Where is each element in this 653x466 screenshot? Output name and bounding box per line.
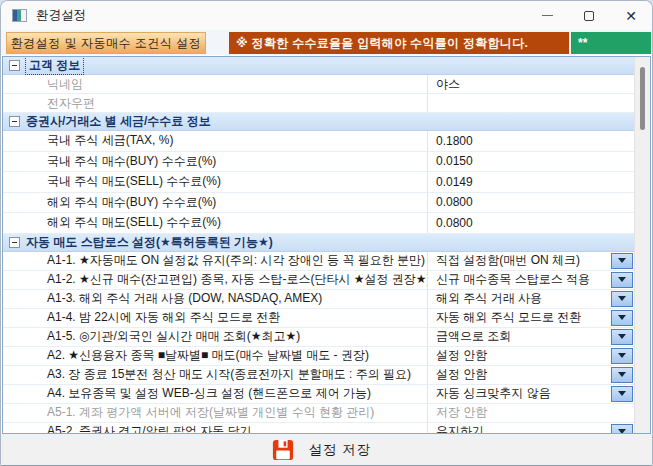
table-row: 국내 주식 세금(TAX, %)0.1800 bbox=[3, 131, 634, 152]
close-icon: ✕ bbox=[625, 9, 637, 23]
dropdown-button[interactable] bbox=[611, 386, 633, 402]
dropdown-button[interactable] bbox=[611, 272, 633, 288]
chevron-down-icon bbox=[618, 353, 626, 358]
footer-bar: 설정 저장 bbox=[1, 434, 652, 465]
settings-window: 환경설정 ✕ 환경설정 및 자동매수 조건식 설정 ※ 정확한 수수료율을 입력… bbox=[0, 0, 653, 466]
setting-value[interactable]: 0.0800 bbox=[428, 193, 634, 213]
setting-label: A1-2. ★신규 매수(잔고편입) 종목, 자동 스탑-로스(단타시 ★설정 … bbox=[3, 271, 428, 289]
window-title: 환경설정 bbox=[36, 7, 86, 24]
grid-content: 고객 정보닉네임야스전자우편증권사/거래소 별 세금/수수료 정보국내 주식 세… bbox=[3, 57, 634, 433]
setting-label: A3. 장 종료 15분전 청산 매도 시작(종료전까지 분할매도 : 주의 필… bbox=[3, 366, 428, 384]
setting-label: A4. 보유종목 및 설정 WEB-싱크 설정 (핸드폰으로 제어 가능) bbox=[3, 385, 428, 403]
section-title: 증권사/거래소 별 세금/수수료 정보 bbox=[26, 113, 211, 130]
dropdown-button[interactable] bbox=[611, 367, 633, 383]
chevron-down-icon bbox=[618, 372, 626, 377]
section-title: 자동 매도 스탑로스 설정(★특허등록된 기능★) bbox=[26, 234, 273, 251]
dropdown-button[interactable] bbox=[611, 424, 633, 434]
setting-value[interactable]: 설정 안함 bbox=[428, 366, 611, 384]
titlebar: 환경설정 ✕ bbox=[1, 1, 652, 30]
dropdown-button[interactable] bbox=[611, 329, 633, 345]
setting-value[interactable]: 0.0149 bbox=[428, 172, 634, 192]
table-row: 닉네임야스 bbox=[3, 75, 634, 94]
minimize-button[interactable] bbox=[526, 1, 568, 30]
table-row: 해외 주식 매수(BUY) 수수료(%)0.0800 bbox=[3, 193, 634, 214]
setting-label: 전자우편 bbox=[3, 94, 428, 112]
setting-label: 국내 주식 매수(BUY) 수수료(%) bbox=[3, 152, 428, 172]
dropdown-button[interactable] bbox=[611, 253, 633, 269]
setting-value[interactable]: 설정 안함 bbox=[428, 347, 611, 365]
save-button-label: 설정 저장 bbox=[309, 441, 372, 459]
setting-value[interactable]: 해외 주식 거래 사용 bbox=[428, 290, 611, 308]
status-badge: ** bbox=[571, 32, 651, 54]
table-row: A1-1. ★자동매도 ON 설정값 유지(주의: 시각 장애인 등 꼭 필요한… bbox=[3, 252, 634, 271]
header-strip: 환경설정 및 자동매수 조건식 설정 ※ 정확한 수수료율을 입력해야 수익률이… bbox=[1, 30, 652, 55]
chevron-down-icon bbox=[618, 258, 626, 263]
maximize-icon bbox=[584, 11, 594, 21]
collapse-minus-icon[interactable] bbox=[9, 60, 20, 71]
setting-label: A5-1. 계좌 평가액 서버에 저장(날짜별 개인별 수익 현황 관리) bbox=[3, 404, 428, 422]
table-row: A2. ★신용융자 종목 ■날짜별■ 매도(매수 날짜별 매도 - 권장)설정 … bbox=[3, 347, 634, 366]
close-button[interactable]: ✕ bbox=[610, 1, 652, 30]
setting-label: 닉네임 bbox=[3, 75, 428, 93]
setting-value[interactable]: 0.1800 bbox=[428, 131, 634, 151]
table-row: A1-4. 밤 22시에 자동 해외 주식 모드로 전환자동 해외 주식 모드로… bbox=[3, 309, 634, 328]
setting-label: 해외 주식 매수(BUY) 수수료(%) bbox=[3, 193, 428, 213]
setting-label: 해외 주식 매도(SELL) 수수료(%) bbox=[3, 213, 428, 233]
section-header[interactable]: 고객 정보 bbox=[3, 57, 634, 75]
collapse-minus-icon[interactable] bbox=[9, 116, 20, 127]
table-row: A1-3. 해외 주식 거래 사용 (DOW, NASDAQ, AMEX)해외 … bbox=[3, 290, 634, 309]
setting-label: A1-5. ◎기관/외국인 실시간 매매 조회(★최고★) bbox=[3, 328, 428, 346]
setting-value[interactable]: 자동 해외 주식 모드로 전환 bbox=[428, 309, 611, 327]
table-row: 국내 주식 매도(SELL) 수수료(%)0.0149 bbox=[3, 172, 634, 193]
setting-label: 국내 주식 매도(SELL) 수수료(%) bbox=[3, 172, 428, 192]
table-row: 해외 주식 매도(SELL) 수수료(%)0.0800 bbox=[3, 213, 634, 234]
setting-label: 국내 주식 세금(TAX, %) bbox=[3, 131, 428, 151]
table-row: A1-2. ★신규 매수(잔고편입) 종목, 자동 스탑-로스(단타시 ★설정 … bbox=[3, 271, 634, 290]
setting-label: A1-3. 해외 주식 거래 사용 (DOW, NASDAQ, AMEX) bbox=[3, 290, 428, 308]
section-header[interactable]: 증권사/거래소 별 세금/수수료 정보 bbox=[3, 113, 634, 131]
chevron-down-icon bbox=[618, 429, 626, 433]
minimize-icon bbox=[542, 15, 553, 16]
settings-grid: 고객 정보닉네임야스전자우편증권사/거래소 별 세금/수수료 정보국내 주식 세… bbox=[2, 56, 651, 434]
chevron-down-icon bbox=[618, 296, 626, 301]
table-row: 국내 주식 매수(BUY) 수수료(%)0.0150 bbox=[3, 152, 634, 173]
vertical-scrollbar[interactable] bbox=[634, 57, 650, 433]
save-settings-button[interactable]: 설정 저장 bbox=[272, 439, 372, 461]
setting-value[interactable]: 신규 매수종목 스탑로스 적용 bbox=[428, 271, 611, 289]
chevron-down-icon bbox=[618, 391, 626, 396]
table-row: A3. 장 종료 15분전 청산 매도 시작(종료전까지 분할매도 : 주의 필… bbox=[3, 366, 634, 385]
setting-value[interactable]: 자동 싱크맞추지 않음 bbox=[428, 385, 611, 403]
setting-value[interactable]: 야스 bbox=[428, 75, 634, 93]
setting-label: A1-4. 밤 22시에 자동 해외 주식 모드로 전환 bbox=[3, 309, 428, 327]
save-floppy-icon bbox=[272, 439, 294, 461]
setting-value[interactable]: 금액으로 조회 bbox=[428, 328, 611, 346]
table-row: A5-2. 증권사 경고/알림 팝업 자동 닫기유지하기 bbox=[3, 423, 634, 434]
dropdown-button[interactable] bbox=[611, 310, 633, 326]
setting-label: A5-2. 증권사 경고/알림 팝업 자동 닫기 bbox=[3, 423, 428, 434]
chevron-down-icon bbox=[618, 277, 626, 282]
setting-value[interactable]: 유지하기 bbox=[428, 423, 611, 434]
fee-warning-banner: ※ 정확한 수수료율을 입력해야 수익률이 정확합니다. bbox=[229, 32, 569, 54]
scrollbar-thumb[interactable] bbox=[640, 67, 645, 130]
collapse-minus-icon[interactable] bbox=[9, 237, 20, 248]
section-header[interactable]: 자동 매도 스탑로스 설정(★특허등록된 기능★) bbox=[3, 234, 634, 252]
maximize-button[interactable] bbox=[568, 1, 610, 30]
setting-value[interactable] bbox=[428, 94, 634, 112]
setting-value[interactable]: 직접 설정함(매번 ON 체크) bbox=[428, 252, 611, 270]
dropdown-button[interactable] bbox=[611, 348, 633, 364]
setting-label: A2. ★신용융자 종목 ■날짜별■ 매도(매수 날짜별 매도 - 권장) bbox=[3, 347, 428, 365]
app-icon bbox=[12, 9, 27, 22]
chevron-down-icon bbox=[618, 315, 626, 320]
chevron-down-icon bbox=[618, 334, 626, 339]
dropdown-button[interactable] bbox=[611, 291, 633, 307]
table-row: A4. 보유종목 및 설정 WEB-싱크 설정 (핸드폰으로 제어 가능)자동 … bbox=[3, 385, 634, 404]
tab-settings[interactable]: 환경설정 및 자동매수 조건식 설정 bbox=[6, 32, 206, 54]
table-row: 전자우편 bbox=[3, 94, 634, 113]
table-row: A5-1. 계좌 평가액 서버에 저장(날짜별 개인별 수익 현황 관리)저장 … bbox=[3, 404, 634, 423]
setting-label: A1-1. ★자동매도 ON 설정값 유지(주의: 시각 장애인 등 꼭 필요한… bbox=[3, 252, 428, 270]
section-title: 고객 정보 bbox=[26, 57, 83, 74]
table-row: A1-5. ◎기관/외국인 실시간 매매 조회(★최고★)금액으로 조회 bbox=[3, 328, 634, 347]
setting-value[interactable]: 0.0800 bbox=[428, 213, 634, 233]
setting-value[interactable]: 0.0150 bbox=[428, 152, 634, 172]
setting-value: 저장 안함 bbox=[428, 404, 634, 422]
